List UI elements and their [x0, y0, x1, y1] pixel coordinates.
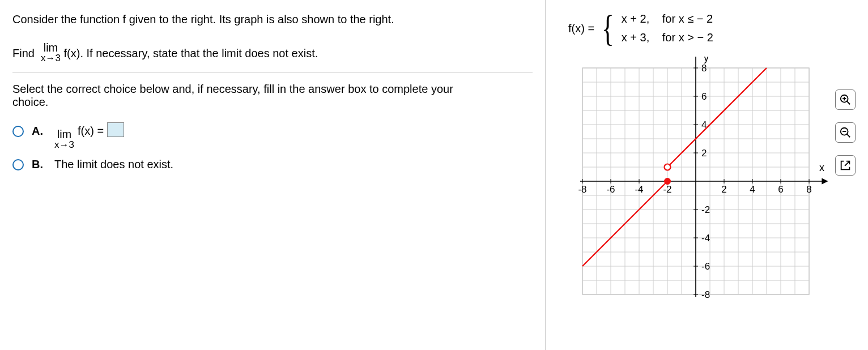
- question-panel: Consider the function f given to the rig…: [0, 0, 544, 350]
- radio-a[interactable]: [12, 126, 24, 137]
- svg-text:-8: -8: [701, 289, 710, 300]
- piece-2: x + 3, for x > − 2: [622, 31, 713, 44]
- svg-text:6: 6: [778, 184, 783, 195]
- svg-line-70: [667, 68, 767, 167]
- piece-1: x + 2, for x ≤ − 2: [622, 12, 713, 25]
- graph-svg: -8-6-4-22468-8-6-4-22468 y x: [568, 57, 829, 306]
- radio-b[interactable]: [12, 159, 24, 170]
- popout-icon: [839, 159, 852, 172]
- question-text: Consider the function f given to the rig…: [12, 11, 533, 62]
- svg-point-71: [665, 178, 671, 185]
- svg-text:-8: -8: [578, 184, 586, 195]
- svg-point-72: [665, 164, 671, 170]
- svg-text:8: 8: [806, 184, 811, 195]
- svg-text:-4: -4: [701, 233, 710, 244]
- svg-text:-2: -2: [663, 184, 671, 195]
- zoom-in-button[interactable]: [835, 89, 856, 110]
- graph-tools: [835, 89, 856, 176]
- choice-instruction: Select the correct choice below and, if …: [12, 83, 454, 109]
- reference-panel: f(x) = { x + 2, for x ≤ − 2 x + 3, for x…: [545, 0, 868, 350]
- svg-line-78: [847, 134, 850, 138]
- svg-text:4: 4: [750, 184, 755, 195]
- popout-button[interactable]: [835, 155, 856, 176]
- zoom-in-icon: [839, 93, 852, 106]
- graph: -8-6-4-22468-8-6-4-22468 y x: [568, 57, 829, 306]
- choice-b-text: The limit does not exist.: [54, 158, 173, 171]
- choice-a-limit: lim x→3: [54, 129, 74, 150]
- svg-line-80: [845, 161, 849, 166]
- zoom-out-icon: [839, 126, 852, 139]
- limit-expression: lim x→3: [41, 42, 61, 63]
- svg-text:2: 2: [701, 148, 707, 159]
- svg-line-74: [847, 101, 850, 105]
- fn-lhs: f(x) =: [568, 22, 594, 35]
- svg-text:2: 2: [721, 184, 726, 195]
- choice-a: A. lim x→3 f(x) =: [12, 125, 533, 146]
- svg-text:-4: -4: [635, 184, 643, 195]
- choice-b-label: B.: [32, 158, 46, 171]
- piecewise-function: f(x) = { x + 2, for x ≤ − 2 x + 3, for x…: [568, 11, 862, 45]
- question-intro: Consider the function f given to the rig…: [12, 11, 533, 28]
- svg-text:-2: -2: [701, 204, 710, 215]
- choice-b: B. The limit does not exist.: [12, 158, 533, 171]
- brace-icon: {: [602, 11, 614, 45]
- svg-text:8: 8: [701, 63, 707, 74]
- svg-text:-6: -6: [701, 261, 710, 272]
- answer-input[interactable]: [107, 122, 124, 137]
- svg-text:6: 6: [701, 91, 707, 102]
- y-axis-label: y: [704, 57, 709, 63]
- svg-text:-6: -6: [606, 184, 615, 195]
- x-axis-label: x: [819, 162, 824, 173]
- zoom-out-button[interactable]: [835, 122, 856, 143]
- choices: A. lim x→3 f(x) = B. The limit does not …: [12, 125, 533, 171]
- question-task: Find lim x→3 f(x). If necessary, state t…: [12, 38, 533, 62]
- divider: [12, 72, 533, 72]
- choice-a-label: A.: [32, 125, 46, 138]
